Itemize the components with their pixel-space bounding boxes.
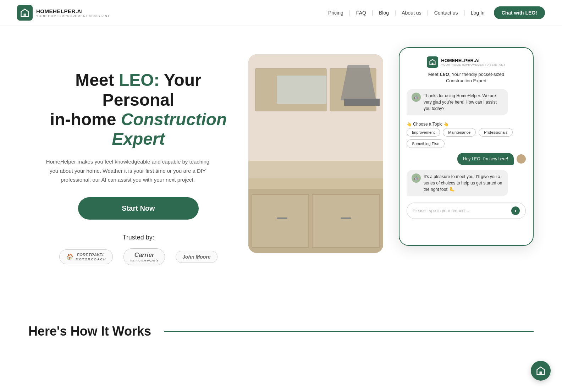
hero-left: Meet LEO: Your Personalin-home Construct… — [43, 70, 234, 265]
svg-rect-12 — [341, 217, 351, 219]
nav-blog[interactable]: Blog — [375, 9, 392, 17]
chip-something-else[interactable]: Something Else — [407, 139, 445, 148]
nav-divider-5: | — [464, 10, 465, 16]
bot-message-1: 🤖 Thanks for using HomeHelper. We are ve… — [407, 89, 508, 115]
hero-title-construction: ConstructionExpert — [112, 110, 227, 148]
nav-links: Pricing | FAQ | Blog | About us | Contac… — [325, 6, 545, 19]
how-it-works-section: Here's How It Works — [0, 310, 562, 353]
nav-contact[interactable]: Contact us — [431, 9, 462, 17]
nav-divider-3: | — [395, 10, 396, 16]
section-title-row: Here's How It Works — [28, 324, 534, 339]
hero-title: Meet LEO: Your Personalin-home Construct… — [43, 70, 234, 149]
logo-text: HOMEHELPER.AI YOUR HOME IMPROVEMENT ASSI… — [36, 8, 110, 18]
nav-pricing[interactable]: Pricing — [325, 9, 347, 17]
nav-about[interactable]: About us — [398, 9, 425, 17]
chip-maintenance[interactable]: Maintenance — [443, 128, 476, 137]
navbar: HOMEHELPER.AI YOUR HOME IMPROVEMENT ASSI… — [0, 0, 562, 26]
svg-rect-14 — [432, 63, 434, 65]
brand-carrier: Carrier turn to the experts — [123, 248, 165, 265]
hero-section: Meet LEO: Your Personalin-home Construct… — [0, 26, 562, 310]
phone-header: HOMEHELPER.AI YOUR HOME IMPROVEMENT ASSI… — [407, 56, 526, 84]
phone-tagline: Meet LEO, Your friendly pocket-sizedCons… — [428, 71, 505, 84]
topic-section: 👆 Choose a Topic 👆 Improvement Maintenan… — [407, 120, 526, 148]
user-bubble: Hey LEO, I'm new here! — [457, 153, 514, 165]
nav-login[interactable]: Log In — [467, 9, 488, 17]
chat-with-leo-button[interactable]: Chat with LEO! — [494, 6, 545, 19]
logo[interactable]: HOMEHELPER.AI YOUR HOME IMPROVEMENT ASSI… — [17, 5, 110, 21]
svg-rect-13 — [277, 76, 326, 104]
phone-logo: HOMEHELPER.AI YOUR HOME IMPROVEMENT ASSI… — [427, 56, 505, 68]
send-button[interactable] — [511, 206, 520, 215]
nav-divider-4: | — [427, 10, 428, 16]
hero-title-meet: Meet — [75, 71, 119, 89]
svg-rect-9 — [252, 194, 309, 248]
hero-title-leo: LEO: — [119, 71, 160, 89]
phone-logo-icon — [427, 56, 438, 68]
trusted-section: Trusted by: 🏠 FORETRAVELMOTORCOACH Carri… — [43, 234, 234, 265]
chat-phone-card: HOMEHELPER.AI YOUR HOME IMPROVEMENT ASSI… — [399, 47, 534, 246]
chat-input-bar[interactable]: Please Type-in your request... — [407, 203, 526, 219]
topic-chips: Improvement Maintenance Professionals So… — [407, 128, 526, 148]
phone-brand-name: HOMEHELPER.AI — [441, 58, 505, 63]
johnmoore-label: John Moore — [182, 254, 210, 260]
topic-label: 👆 Choose a Topic 👆 — [407, 120, 526, 128]
bot-avatar-2: 🤖 — [412, 173, 421, 183]
logo-icon — [17, 5, 33, 21]
svg-rect-11 — [277, 217, 287, 219]
chip-professionals[interactable]: Professionals — [479, 128, 513, 137]
bot-avatar-1: 🤖 — [412, 93, 421, 102]
section-title: Here's How It Works — [28, 324, 151, 339]
brand-foretravel: 🏠 FORETRAVELMOTORCOACH — [59, 249, 113, 264]
svg-rect-10 — [312, 194, 380, 248]
input-placeholder: Please Type-in your request... — [413, 208, 469, 213]
user-avatar — [517, 154, 526, 164]
brand-johnmoore: John Moore — [176, 251, 217, 263]
foretravel-icon: 🏠 — [66, 253, 73, 260]
trusted-label: Trusted by: — [43, 234, 234, 241]
hero-description: HomeHelper makes you feel knowledgeable … — [43, 157, 213, 184]
phone-brand-sub: YOUR HOME IMPROVEMENT ASSISTANT — [441, 63, 505, 66]
user-message-row: Hey LEO, I'm new here! — [407, 153, 526, 165]
bot-text-2: It's a pleasure to meet you! I'll give y… — [424, 173, 503, 193]
nav-divider-2: | — [372, 10, 373, 16]
start-now-button[interactable]: Start Now — [78, 197, 199, 220]
bot-message-2: 🤖 It's a pleasure to meet you! I'll give… — [407, 170, 508, 196]
svg-rect-7 — [248, 178, 383, 189]
kitchen-background — [248, 54, 383, 253]
trusted-logos: 🏠 FORETRAVELMOTORCOACH Carrier turn to t… — [43, 248, 234, 265]
nav-divider-1: | — [349, 10, 351, 16]
chip-improvement[interactable]: Improvement — [407, 128, 440, 137]
svg-rect-6 — [344, 99, 380, 106]
section-divider-line — [164, 331, 534, 332]
phone-logo-text: HOMEHELPER.AI YOUR HOME IMPROVEMENT ASSI… — [441, 58, 505, 66]
hero-right: HOMEHELPER.AI YOUR HOME IMPROVEMENT ASSI… — [248, 47, 534, 288]
bot-text-1: Thanks for using HomeHelper. We are very… — [424, 93, 503, 112]
nav-faq[interactable]: FAQ — [353, 9, 370, 17]
svg-rect-0 — [24, 13, 26, 16]
